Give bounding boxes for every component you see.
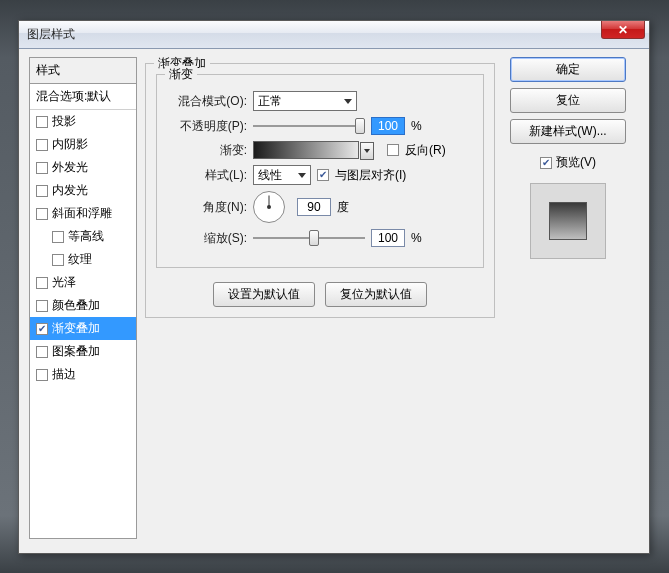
chevron-down-icon xyxy=(298,173,306,178)
style-item-3[interactable]: 外发光 xyxy=(30,156,136,179)
style-item-12[interactable]: 描边 xyxy=(30,363,136,386)
style-item-2[interactable]: 内阴影 xyxy=(30,133,136,156)
blend-mode-row: 混合模式(O): 正常 xyxy=(169,91,471,111)
style-checkbox[interactable] xyxy=(36,300,48,312)
styles-header: 样式 xyxy=(29,57,137,83)
subgroup-legend: 渐变 xyxy=(165,66,197,83)
gradient-overlay-group: 渐变叠加 渐变 混合模式(O): 正常 不透明度(P): xyxy=(145,63,495,318)
opacity-row: 不透明度(P): 100 % xyxy=(169,117,471,135)
gradient-dropdown[interactable] xyxy=(360,142,374,160)
style-item-5[interactable]: 斜面和浮雕 xyxy=(30,202,136,225)
style-item-9[interactable]: 颜色叠加 xyxy=(30,294,136,317)
opacity-label: 不透明度(P): xyxy=(169,118,247,135)
style-item-label: 渐变叠加 xyxy=(52,320,100,337)
gradient-label: 渐变: xyxy=(169,142,247,159)
style-value: 线性 xyxy=(258,167,282,184)
chevron-down-icon xyxy=(364,149,370,153)
align-checkbox[interactable]: ✔ xyxy=(317,169,329,181)
style-item-6[interactable]: 等高线 xyxy=(30,225,136,248)
blend-mode-select[interactable]: 正常 xyxy=(253,91,357,111)
preview-checkbox[interactable]: ✔ xyxy=(540,157,552,169)
angle-label: 角度(N): xyxy=(169,199,247,216)
style-item-1[interactable]: 投影 xyxy=(30,110,136,133)
style-item-label: 等高线 xyxy=(68,228,104,245)
options-column: 渐变叠加 渐变 混合模式(O): 正常 不透明度(P): xyxy=(145,57,495,543)
style-item-label: 内发光 xyxy=(52,182,88,199)
style-item-10[interactable]: ✔渐变叠加 xyxy=(30,317,136,340)
style-checkbox[interactable]: ✔ xyxy=(36,323,48,335)
styles-list: 混合选项:默认投影内阴影外发光内发光斜面和浮雕等高线纹理光泽颜色叠加✔渐变叠加图… xyxy=(29,83,137,539)
style-item-label: 外发光 xyxy=(52,159,88,176)
scale-input[interactable]: 100 xyxy=(371,229,405,247)
gradient-picker[interactable] xyxy=(253,141,359,159)
gradient-subgroup: 渐变 混合模式(O): 正常 不透明度(P): 100 xyxy=(156,74,484,268)
style-item-label: 混合选项:默认 xyxy=(36,88,111,105)
layer-style-dialog: 图层样式 ✕ 样式 混合选项:默认投影内阴影外发光内发光斜面和浮雕等高线纹理光泽… xyxy=(18,20,650,554)
close-button[interactable]: ✕ xyxy=(601,21,645,39)
style-checkbox[interactable] xyxy=(36,116,48,128)
opacity-input[interactable]: 100 xyxy=(371,117,405,135)
dialog-title: 图层样式 xyxy=(27,26,75,43)
angle-dial[interactable] xyxy=(253,191,285,223)
style-checkbox[interactable] xyxy=(36,162,48,174)
gradient-row: 渐变: 反向(R) xyxy=(169,141,471,159)
new-style-button[interactable]: 新建样式(W)... xyxy=(510,119,626,144)
chevron-down-icon xyxy=(344,99,352,104)
pct-label: % xyxy=(411,119,425,133)
blend-mode-label: 混合模式(O): xyxy=(169,93,247,110)
style-checkbox[interactable] xyxy=(52,231,64,243)
ok-button[interactable]: 确定 xyxy=(510,57,626,82)
angle-input[interactable]: 90 xyxy=(297,198,331,216)
style-item-label: 光泽 xyxy=(52,274,76,291)
style-item-8[interactable]: 光泽 xyxy=(30,271,136,294)
style-item-label: 斜面和浮雕 xyxy=(52,205,112,222)
reverse-label: 反向(R) xyxy=(405,142,446,159)
style-label: 样式(L): xyxy=(169,167,247,184)
angle-row: 角度(N): 90 度 xyxy=(169,191,471,223)
scale-slider[interactable] xyxy=(253,230,365,246)
blend-mode-value: 正常 xyxy=(258,93,282,110)
reset-button[interactable]: 复位 xyxy=(510,88,626,113)
align-label: 与图层对齐(I) xyxy=(335,167,406,184)
style-select[interactable]: 线性 xyxy=(253,165,311,185)
dialog-body: 样式 混合选项:默认投影内阴影外发光内发光斜面和浮雕等高线纹理光泽颜色叠加✔渐变… xyxy=(19,49,649,553)
scale-row: 缩放(S): 100 % xyxy=(169,229,471,247)
style-item-label: 纹理 xyxy=(68,251,92,268)
scale-label: 缩放(S): xyxy=(169,230,247,247)
style-checkbox[interactable] xyxy=(36,346,48,358)
style-item-label: 图案叠加 xyxy=(52,343,100,360)
opacity-slider[interactable] xyxy=(253,118,365,134)
style-item-label: 描边 xyxy=(52,366,76,383)
style-item-label: 投影 xyxy=(52,113,76,130)
close-icon: ✕ xyxy=(618,23,628,37)
style-checkbox[interactable] xyxy=(36,185,48,197)
style-item-7[interactable]: 纹理 xyxy=(30,248,136,271)
preview-box xyxy=(530,183,606,259)
style-item-4[interactable]: 内发光 xyxy=(30,179,136,202)
angle-unit: 度 xyxy=(337,199,349,216)
style-item-label: 内阴影 xyxy=(52,136,88,153)
style-checkbox[interactable] xyxy=(36,369,48,381)
style-checkbox[interactable] xyxy=(36,208,48,220)
style-item-11[interactable]: 图案叠加 xyxy=(30,340,136,363)
pct-label: % xyxy=(411,231,425,245)
titlebar[interactable]: 图层样式 ✕ xyxy=(19,21,649,49)
preview-label: 预览(V) xyxy=(556,154,596,171)
style-row: 样式(L): 线性 ✔ 与图层对齐(I) xyxy=(169,165,471,185)
reset-default-button[interactable]: 复位为默认值 xyxy=(325,282,427,307)
set-default-button[interactable]: 设置为默认值 xyxy=(213,282,315,307)
style-item-label: 颜色叠加 xyxy=(52,297,100,314)
style-checkbox[interactable] xyxy=(36,139,48,151)
reverse-checkbox[interactable] xyxy=(387,144,399,156)
default-buttons-row: 设置为默认值 复位为默认值 xyxy=(156,282,484,307)
style-item-0[interactable]: 混合选项:默认 xyxy=(30,84,136,110)
preview-check-row: ✔ 预览(V) xyxy=(540,154,596,171)
preview-swatch xyxy=(549,202,587,240)
style-checkbox[interactable] xyxy=(36,277,48,289)
style-checkbox[interactable] xyxy=(52,254,64,266)
styles-column: 样式 混合选项:默认投影内阴影外发光内发光斜面和浮雕等高线纹理光泽颜色叠加✔渐变… xyxy=(29,57,137,543)
right-column: 确定 复位 新建样式(W)... ✔ 预览(V) xyxy=(503,57,633,543)
